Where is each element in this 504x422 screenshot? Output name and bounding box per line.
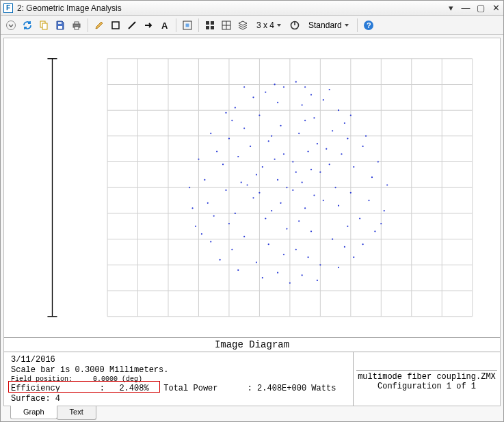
svg-point-156 <box>283 86 284 88</box>
titlebar: F 2: Geometric Image Analysis ▾ — ▢ ✕ <box>1 1 503 16</box>
svg-point-88 <box>258 192 260 194</box>
maximize-button[interactable]: ▢ <box>476 3 486 13</box>
svg-point-126 <box>228 138 230 140</box>
svg-point-121 <box>326 148 327 150</box>
svg-point-91 <box>368 200 369 201</box>
svg-point-150 <box>265 92 266 93</box>
svg-point-129 <box>292 161 293 162</box>
zoom-extents-button[interactable] <box>180 18 195 33</box>
zoom-box-icon <box>182 20 193 31</box>
target-button[interactable] <box>287 18 302 33</box>
tab-text[interactable]: Text <box>57 406 96 420</box>
svg-point-60 <box>231 249 233 250</box>
svg-point-135 <box>298 133 300 134</box>
svg-rect-6 <box>75 22 79 24</box>
svg-point-54 <box>219 259 220 261</box>
app-icon: F <box>3 3 13 13</box>
layout1-button[interactable] <box>202 18 217 33</box>
svg-point-157 <box>304 86 306 88</box>
svg-point-123 <box>317 143 318 144</box>
print-button[interactable] <box>69 18 84 33</box>
svg-point-92 <box>225 189 226 191</box>
expand-button[interactable] <box>3 18 18 33</box>
svg-point-97 <box>386 184 388 185</box>
layers-icon <box>237 20 248 31</box>
edit-button[interactable] <box>92 18 107 33</box>
copy-button[interactable] <box>36 18 51 33</box>
svg-point-149 <box>323 99 324 101</box>
svg-rect-14 <box>206 26 209 29</box>
svg-point-85 <box>304 207 306 209</box>
svg-point-152 <box>243 86 245 88</box>
svg-point-77 <box>359 217 360 219</box>
svg-point-153 <box>329 89 330 90</box>
info-right: multimode fiber coupling.ZMX Configurati… <box>353 352 500 406</box>
text-tool[interactable]: A <box>157 18 172 33</box>
svg-point-105 <box>310 169 312 170</box>
eff-value: 2.408% <box>119 384 148 393</box>
svg-point-87 <box>323 200 324 201</box>
minimize-button[interactable]: — <box>461 3 470 13</box>
svg-point-76 <box>213 215 215 217</box>
svg-point-138 <box>258 115 260 116</box>
svg-point-58 <box>283 254 284 255</box>
svg-point-100 <box>277 179 278 181</box>
info-fieldpos: Field position: 0.0000 (deg) <box>11 375 347 384</box>
dropdown-icon[interactable]: ▾ <box>446 3 455 13</box>
toolbar-separator <box>357 18 358 32</box>
svg-point-95 <box>292 189 293 191</box>
svg-point-52 <box>277 272 278 274</box>
grid-size-dropdown[interactable]: 3 x 4 <box>252 18 286 33</box>
svg-point-63 <box>295 249 297 250</box>
grid-bold-icon <box>204 20 215 31</box>
svg-point-118 <box>274 159 276 160</box>
svg-point-94 <box>271 210 272 211</box>
layout2-button[interactable] <box>219 18 234 33</box>
power-icon <box>289 20 300 31</box>
info-surface: Surface: 4 <box>11 394 347 404</box>
svg-point-125 <box>362 146 364 147</box>
svg-point-70 <box>286 228 287 229</box>
power-label: Total Power <box>163 384 217 393</box>
printer-icon <box>71 20 82 31</box>
info-scale: Scale bar is 0.3000 Millimeters. <box>11 365 347 375</box>
svg-point-155 <box>295 81 297 83</box>
svg-text:A: A <box>161 21 168 31</box>
mode-dropdown[interactable]: Standard <box>304 18 354 33</box>
svg-point-56 <box>256 261 257 263</box>
line-tool[interactable] <box>124 18 140 33</box>
help-button[interactable]: ? <box>361 18 376 33</box>
svg-point-99 <box>334 187 336 188</box>
svg-point-78 <box>195 226 196 227</box>
svg-point-82 <box>235 213 236 214</box>
refresh-button[interactable] <box>20 18 35 33</box>
svg-point-111 <box>295 172 297 173</box>
layers-button[interactable] <box>235 18 250 33</box>
close-button[interactable]: ✕ <box>491 3 501 13</box>
svg-point-66 <box>201 233 202 235</box>
config-line: Configuration 1 of 1 <box>356 382 497 391</box>
save-button[interactable] <box>53 18 68 33</box>
eff-label: Efficiency <box>11 384 60 393</box>
plot-area <box>4 38 500 337</box>
svg-point-136 <box>231 120 233 121</box>
svg-point-143 <box>304 120 306 121</box>
svg-point-86 <box>252 197 254 198</box>
info-left: 3/11/2016 Scale bar is 0.3000 Millimeter… <box>4 352 353 406</box>
svg-point-79 <box>380 223 382 224</box>
svg-point-47 <box>289 282 291 284</box>
svg-point-122 <box>268 140 269 142</box>
info-date: 3/11/2016 <box>11 355 347 365</box>
svg-point-62 <box>268 243 269 245</box>
svg-point-69 <box>332 239 333 240</box>
arrow-tool[interactable] <box>141 18 156 33</box>
svg-point-113 <box>329 163 330 165</box>
svg-point-51 <box>338 267 339 268</box>
rectangle-tool[interactable] <box>108 18 123 33</box>
tab-graph[interactable]: Graph <box>10 406 57 419</box>
svg-point-101 <box>302 182 303 183</box>
svg-point-141 <box>350 115 352 116</box>
svg-point-124 <box>216 150 217 152</box>
svg-point-84 <box>280 202 281 204</box>
svg-point-106 <box>204 179 205 181</box>
